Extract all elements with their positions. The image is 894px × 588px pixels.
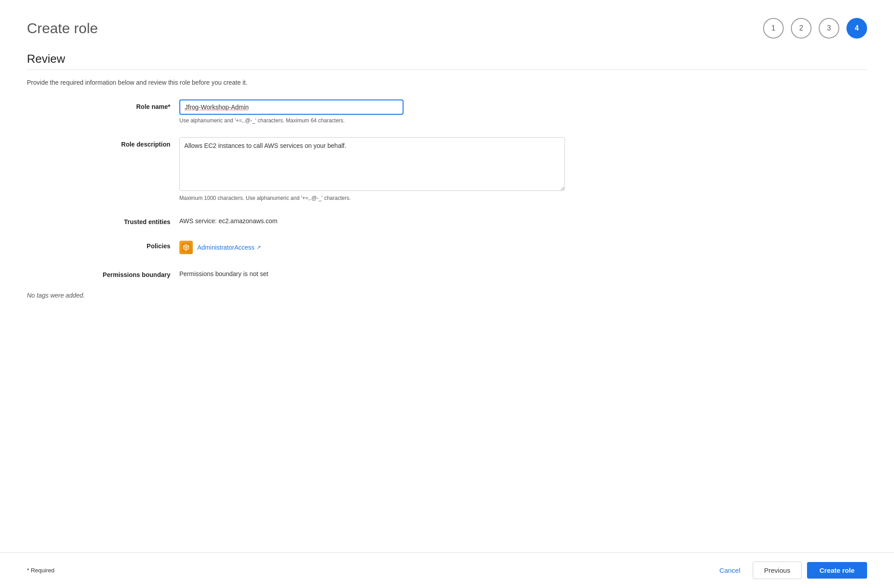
role-name-row: Role name* Use alphanumeric and '+=,.@-_… (27, 99, 834, 124)
trusted-entities-label: Trusted entities (27, 215, 179, 225)
policies-field: AdministratorAccess ↗ (179, 239, 565, 254)
role-name-field: Use alphanumeric and '+=,.@-_' character… (179, 99, 565, 124)
policy-item: AdministratorAccess ↗ (179, 239, 565, 254)
permissions-boundary-row: Permissions boundary Permissions boundar… (27, 268, 834, 278)
section-divider (27, 69, 867, 70)
steps-container: 1 2 3 4 (763, 18, 867, 39)
trusted-entities-field: AWS service: ec2.amazonaws.com (179, 215, 565, 225)
step-3: 3 (819, 18, 839, 39)
permissions-boundary-value: Permissions boundary is not set (179, 268, 565, 277)
required-note: * Required (27, 567, 54, 574)
role-description-label: Role description (27, 137, 179, 148)
policies-label: Policies (27, 239, 179, 250)
previous-button[interactable]: Previous (753, 562, 801, 579)
role-description-field: Allows EC2 instances to call AWS service… (179, 137, 565, 201)
page-title: Create role (27, 20, 98, 37)
step-1: 1 (763, 18, 784, 39)
trusted-entities-value: AWS service: ec2.amazonaws.com (179, 215, 565, 225)
role-description-textarea[interactable]: Allows EC2 instances to call AWS service… (179, 137, 565, 191)
role-name-label: Role name* (27, 99, 179, 110)
trusted-entities-row: Trusted entities AWS service: ec2.amazon… (27, 215, 834, 225)
policy-link[interactable]: AdministratorAccess ↗ (197, 244, 261, 251)
step-2: 2 (791, 18, 812, 39)
create-role-button[interactable]: Create role (807, 562, 867, 579)
role-name-hint: Use alphanumeric and '+=,.@-_' character… (179, 117, 565, 124)
role-description-hint: Maximum 1000 characters. Use alphanumeri… (179, 195, 565, 201)
permissions-boundary-field: Permissions boundary is not set (179, 268, 565, 277)
no-tags-text: No tags were added. (27, 292, 867, 299)
step-4: 4 (846, 18, 867, 39)
footer: * Required Cancel Previous Create role (0, 552, 894, 588)
footer-buttons: Cancel Previous Create role (712, 562, 867, 579)
policy-icon (179, 241, 193, 254)
page-header: Create role 1 2 3 4 (27, 18, 867, 39)
external-link-icon: ↗ (256, 244, 261, 251)
policies-row: Policies AdministratorAccess (27, 239, 834, 254)
review-form: Role name* Use alphanumeric and '+=,.@-_… (27, 99, 834, 278)
policy-name: AdministratorAccess (197, 244, 255, 251)
role-name-input[interactable] (179, 99, 404, 115)
permissions-boundary-label: Permissions boundary (27, 268, 179, 278)
section-title: Review (27, 52, 867, 66)
role-description-row: Role description Allows EC2 instances to… (27, 137, 834, 201)
section-subtitle: Provide the required information below a… (27, 79, 867, 86)
cancel-button[interactable]: Cancel (712, 562, 748, 579)
